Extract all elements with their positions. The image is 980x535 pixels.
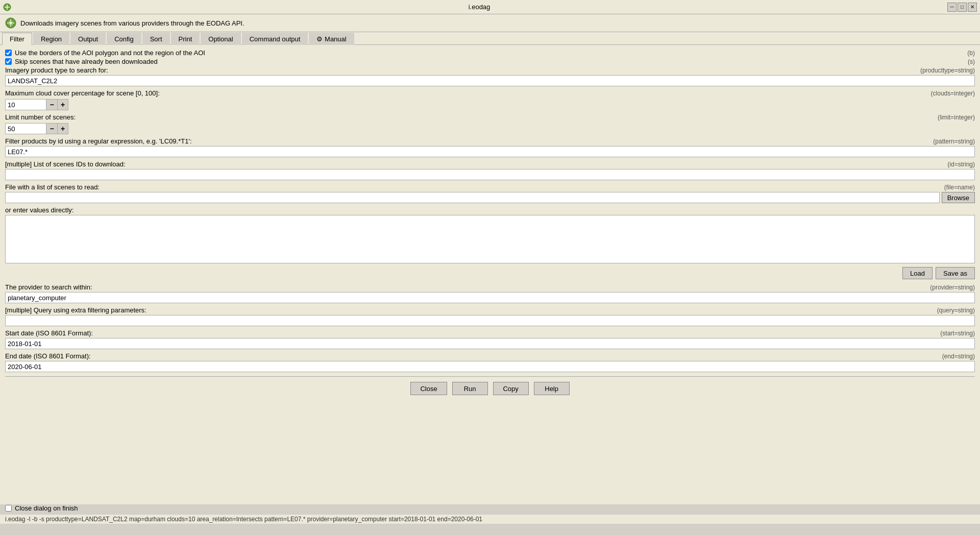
tab-sort[interactable]: Sort	[142, 33, 170, 45]
query-header: [multiple] Query using extra filtering p…	[5, 306, 975, 314]
tab-optional[interactable]: Optional	[201, 33, 240, 45]
run-button[interactable]: Run	[452, 382, 488, 395]
minimize-button[interactable]: ─	[947, 3, 957, 12]
command-line: i.eodag -l -b -s producttype=LANDSAT_C2L…	[0, 514, 980, 524]
clouds-header: Maximum cloud cover percentage for scene…	[5, 89, 975, 97]
checkbox-skip-shortcut: (s)	[968, 58, 975, 65]
checkbox-skip-scenes[interactable]	[5, 58, 12, 65]
maximize-button[interactable]: □	[958, 3, 967, 12]
limit-label: Limit number of scenes:	[5, 113, 76, 121]
file-input-row: Browse	[5, 192, 975, 203]
clouds-param: (clouds=integer)	[931, 90, 975, 97]
pattern-label: Filter products by id using a regular ex…	[5, 137, 192, 145]
bottom-bar: Close Run Copy Help	[5, 376, 975, 399]
clouds-field: Maximum cloud cover percentage for scene…	[5, 89, 975, 110]
start-label: Start date (ISO 8601 Format):	[5, 329, 93, 337]
limit-increment-button[interactable]: +	[57, 123, 68, 134]
window-controls: ─ □ ✕	[947, 3, 977, 12]
filter-content: Use the borders of the AOI polygon and n…	[0, 45, 980, 504]
clouds-increment-button[interactable]: +	[57, 99, 68, 110]
pattern-field: Filter products by id using a regular ex…	[5, 137, 975, 157]
clouds-input[interactable]	[5, 99, 46, 110]
limit-input[interactable]	[5, 123, 46, 134]
app-icon	[3, 3, 11, 11]
pattern-param: (pattern=string)	[933, 138, 975, 145]
id-input[interactable]	[5, 169, 975, 180]
provider-param: (provider=string)	[930, 284, 975, 291]
file-label: File with a list of scenes to read:	[5, 183, 100, 191]
values-textarea[interactable]	[5, 215, 975, 263]
producttype-field: Imagery product type to search for: (pro…	[5, 66, 975, 86]
id-param: (id=string)	[947, 161, 975, 168]
provider-header: The provider to search within: (provider…	[5, 283, 975, 291]
close-button[interactable]: ✕	[968, 3, 977, 12]
app-description: Downloads imagery scenes from various pr…	[20, 19, 244, 27]
load-button[interactable]: Load	[902, 267, 933, 279]
end-header: End date (ISO 8601 Format): (end=string)	[5, 352, 975, 360]
id-label: [multiple] List of scenes IDs to downloa…	[5, 160, 126, 168]
tab-command-output[interactable]: Command output	[242, 33, 308, 45]
tab-bar: Filter Region Output Config Sort Print O…	[0, 32, 980, 45]
title-bar: i.eodag ─ □ ✕	[0, 0, 980, 14]
start-field: Start date (ISO 8601 Format): (start=str…	[5, 329, 975, 349]
file-field: File with a list of scenes to read: (fil…	[5, 183, 975, 203]
query-label: [multiple] Query using extra filtering p…	[5, 306, 146, 314]
save-as-button[interactable]: Save as	[936, 267, 975, 279]
end-input[interactable]	[5, 361, 975, 372]
producttype-label: Imagery product type to search for:	[5, 66, 108, 74]
id-field: [multiple] List of scenes IDs to downloa…	[5, 160, 975, 180]
provider-input[interactable]	[5, 292, 975, 303]
provider-label: The provider to search within:	[5, 283, 92, 291]
limit-decrement-button[interactable]: −	[46, 123, 57, 134]
checkbox-aoi-shortcut: (b)	[967, 50, 975, 57]
tab-config[interactable]: Config	[107, 33, 141, 45]
tab-output[interactable]: Output	[70, 33, 106, 45]
app-header: Downloads imagery scenes from various pr…	[0, 14, 980, 32]
query-param: (query=string)	[937, 307, 975, 314]
checkbox-aoi-borders-label: Use the borders of the AOI polygon and n…	[15, 49, 967, 57]
end-field: End date (ISO 8601 Format): (end=string)	[5, 352, 975, 372]
limit-header: Limit number of scenes: (limit=integer)	[5, 113, 975, 121]
producttype-param: (producttype=string)	[920, 67, 975, 74]
close-button[interactable]: Close	[410, 382, 447, 395]
producttype-header: Imagery product type to search for: (pro…	[5, 66, 975, 74]
pattern-input[interactable]	[5, 146, 975, 157]
limit-spinner: − +	[5, 123, 975, 134]
help-button[interactable]: Help	[534, 382, 570, 395]
end-param: (end=string)	[942, 353, 975, 360]
clouds-decrement-button[interactable]: −	[46, 99, 57, 110]
tab-manual[interactable]: ⚙ Manual	[309, 33, 354, 45]
load-save-row: Load Save as	[5, 267, 975, 279]
file-input[interactable]	[5, 192, 940, 203]
clouds-spinner: − +	[5, 99, 975, 110]
close-finish-row: Close dialog on finish	[0, 504, 980, 514]
pattern-header: Filter products by id using a regular ex…	[5, 137, 975, 145]
checkbox-aoi-borders[interactable]	[5, 50, 12, 56]
close-on-finish-label: Close dialog on finish	[15, 504, 78, 512]
tab-filter[interactable]: Filter	[2, 33, 32, 45]
or-enter-label: or enter values directly:	[5, 206, 975, 214]
window-title: i.eodag	[11, 3, 947, 11]
query-field: [multiple] Query using extra filtering p…	[5, 306, 975, 326]
copy-button[interactable]: Copy	[493, 382, 529, 395]
start-header: Start date (ISO 8601 Format): (start=str…	[5, 329, 975, 337]
limit-field: Limit number of scenes: (limit=integer) …	[5, 113, 975, 134]
clouds-label: Maximum cloud cover percentage for scene…	[5, 89, 160, 97]
grass-icon	[5, 17, 16, 29]
checkbox-row-skip: Skip scenes that have already been downl…	[5, 58, 975, 65]
file-param: (file=name)	[944, 184, 975, 191]
file-header: File with a list of scenes to read: (fil…	[5, 183, 975, 191]
start-input[interactable]	[5, 338, 975, 349]
id-header: [multiple] List of scenes IDs to downloa…	[5, 160, 975, 168]
query-input[interactable]	[5, 315, 975, 326]
end-label: End date (ISO 8601 Format):	[5, 352, 91, 360]
tab-print[interactable]: Print	[171, 33, 200, 45]
provider-field: The provider to search within: (provider…	[5, 283, 975, 303]
start-param: (start=string)	[940, 330, 975, 337]
tab-region[interactable]: Region	[33, 33, 69, 45]
checkbox-row-aoi: Use the borders of the AOI polygon and n…	[5, 49, 975, 57]
browse-button[interactable]: Browse	[942, 192, 975, 203]
checkbox-skip-scenes-label: Skip scenes that have already been downl…	[15, 58, 968, 65]
producttype-input[interactable]	[5, 75, 975, 86]
close-on-finish-checkbox[interactable]	[5, 505, 12, 512]
